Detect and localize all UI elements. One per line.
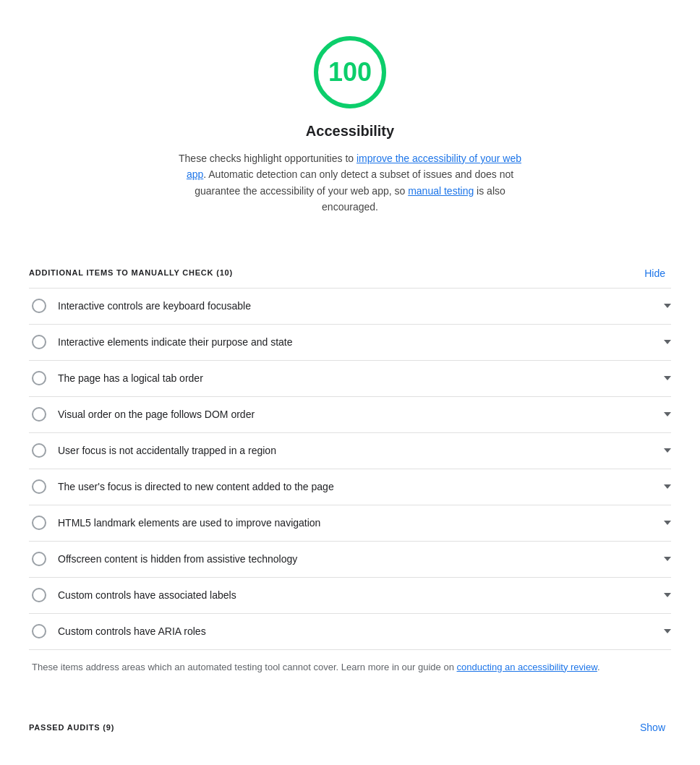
audit-status-icon bbox=[32, 299, 46, 313]
manual-check-title: ADDITIONAL ITEMS TO MANUALLY CHECK (10) bbox=[29, 267, 233, 279]
audit-item-label: Visual order on the page follows DOM ord… bbox=[58, 407, 655, 422]
passed-show-button[interactable]: Show bbox=[634, 719, 671, 736]
audit-item[interactable]: The user's focus is directed to new cont… bbox=[29, 469, 671, 505]
audit-item-label: Interactive elements indicate their purp… bbox=[58, 335, 655, 350]
audit-status-icon bbox=[32, 371, 46, 385]
chevron-down-icon bbox=[664, 448, 671, 453]
audit-item-label: Offscreen content is hidden from assisti… bbox=[58, 552, 655, 567]
audit-status-icon bbox=[32, 443, 46, 458]
audit-item[interactable]: Offscreen content is hidden from assisti… bbox=[29, 542, 671, 578]
audit-item[interactable]: Interactive elements indicate their purp… bbox=[29, 325, 671, 361]
score-description: These checks highlight opportunities to … bbox=[169, 150, 531, 215]
audit-item-label: The page has a logical tab order bbox=[58, 371, 655, 386]
passed-audits-title: PASSED AUDITS (9) bbox=[29, 722, 114, 734]
passed-audits-section: PASSED AUDITS (9) Show bbox=[29, 701, 671, 742]
audit-item[interactable]: HTML5 landmark elements are used to impr… bbox=[29, 505, 671, 542]
audit-list: Interactive controls are keyboard focusa… bbox=[29, 288, 671, 650]
audit-item[interactable]: The page has a logical tab order bbox=[29, 361, 671, 397]
audit-item[interactable]: Custom controls have associated labels bbox=[29, 578, 671, 614]
chevron-down-icon bbox=[664, 304, 671, 308]
audit-item-label: HTML5 landmark elements are used to impr… bbox=[58, 516, 655, 531]
audit-item-label: Interactive controls are keyboard focusa… bbox=[58, 299, 655, 314]
chevron-down-icon bbox=[664, 340, 671, 344]
manual-note-prefix: These items address areas which an autom… bbox=[32, 662, 457, 672]
chevron-down-icon bbox=[664, 412, 671, 416]
audit-status-icon bbox=[32, 588, 46, 602]
manual-note-suffix: . bbox=[597, 662, 600, 672]
chevron-down-icon bbox=[664, 521, 671, 525]
audit-item-label: The user's focus is directed to new cont… bbox=[58, 479, 655, 495]
audit-item[interactable]: Visual order on the page follows DOM ord… bbox=[29, 397, 671, 433]
chevron-down-icon bbox=[664, 484, 671, 489]
manual-check-section: ADDITIONAL ITEMS TO MANUALLY CHECK (10) … bbox=[29, 247, 671, 685]
audit-status-icon bbox=[32, 552, 46, 566]
audit-item-label: Custom controls have ARIA roles bbox=[58, 624, 655, 639]
audit-item[interactable]: User focus is not accidentally trapped i… bbox=[29, 433, 671, 469]
manual-check-count: (10) bbox=[216, 268, 233, 277]
audit-item-label: User focus is not accidentally trapped i… bbox=[58, 443, 655, 458]
audit-item-label: Custom controls have associated labels bbox=[58, 588, 655, 603]
manual-note: These items address areas which an autom… bbox=[29, 650, 671, 685]
score-circle: 100 bbox=[314, 36, 386, 108]
description-text-prefix: These checks highlight opportunities to bbox=[179, 153, 357, 164]
passed-audits-title-text: PASSED AUDITS bbox=[29, 723, 100, 732]
hide-button[interactable]: Hide bbox=[639, 265, 671, 282]
audit-item[interactable]: Custom controls have ARIA roles bbox=[29, 614, 671, 650]
passed-audits-count: (9) bbox=[103, 723, 114, 732]
manual-check-title-text: ADDITIONAL ITEMS TO MANUALLY CHECK bbox=[29, 268, 213, 277]
score-value: 100 bbox=[328, 53, 372, 92]
manual-check-header: ADDITIONAL ITEMS TO MANUALLY CHECK (10) … bbox=[29, 247, 671, 288]
audit-status-icon bbox=[32, 479, 46, 494]
chevron-down-icon bbox=[664, 557, 671, 561]
chevron-down-icon bbox=[664, 629, 671, 633]
manual-testing-link[interactable]: manual testing bbox=[408, 185, 474, 197]
page-container: 100 Accessibility These checks highlight… bbox=[0, 0, 700, 765]
passed-audits-header: PASSED AUDITS (9) Show bbox=[29, 701, 671, 742]
score-section: 100 Accessibility These checks highlight… bbox=[29, 14, 671, 230]
audit-status-icon bbox=[32, 516, 46, 530]
accessibility-review-link[interactable]: conducting an accessibility review bbox=[457, 662, 597, 672]
audit-status-icon bbox=[32, 335, 46, 349]
chevron-down-icon bbox=[664, 593, 671, 597]
audit-status-icon bbox=[32, 407, 46, 422]
audit-item[interactable]: Interactive controls are keyboard focusa… bbox=[29, 289, 671, 325]
chevron-down-icon bbox=[664, 376, 671, 380]
score-title: Accessibility bbox=[306, 120, 394, 142]
audit-status-icon bbox=[32, 624, 46, 638]
